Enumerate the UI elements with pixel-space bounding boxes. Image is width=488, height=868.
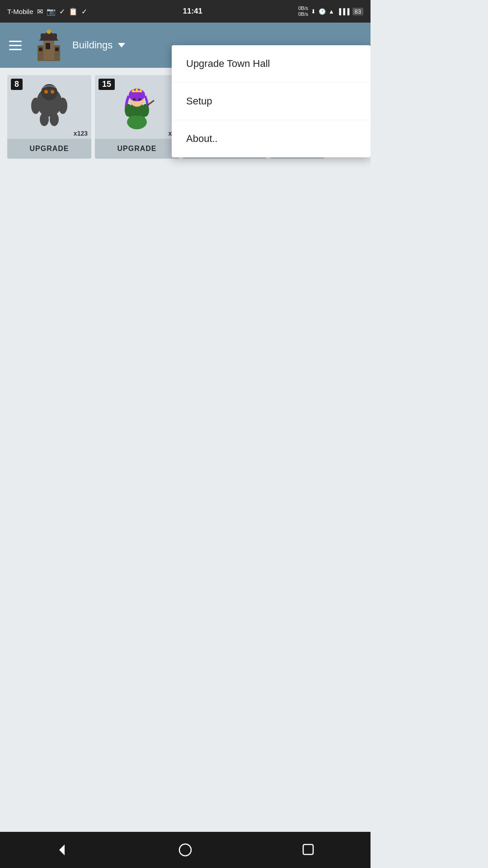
svg-rect-5 bbox=[46, 43, 50, 49]
recent-apps-button[interactable] bbox=[295, 836, 322, 863]
svg-point-26 bbox=[142, 104, 149, 117]
menu-item-setup[interactable]: Setup bbox=[172, 83, 371, 120]
svg-point-15 bbox=[50, 113, 59, 126]
card-2-upgrade-button[interactable]: UPGRADE bbox=[95, 139, 179, 159]
status-bar-right: 0B/s 0B/s ⬇ 🕐 ▲ ▐▐▐ 83 bbox=[298, 5, 363, 17]
svg-point-17 bbox=[127, 115, 147, 129]
hamburger-line-3 bbox=[9, 49, 22, 50]
svg-point-34 bbox=[179, 844, 191, 856]
hamburger-line-1 bbox=[9, 41, 22, 42]
status-bar-left: T-Mobile ✉ 📷 ✓ 📋 ✓ bbox=[7, 7, 87, 16]
hamburger-menu-button[interactable] bbox=[5, 35, 25, 55]
clipboard-icon: 📋 bbox=[69, 7, 78, 16]
buildings-label: Buildings bbox=[72, 39, 113, 51]
svg-marker-21 bbox=[131, 88, 142, 92]
menu-item-about[interactable]: About.. bbox=[172, 120, 371, 157]
card-1-badge: 8 bbox=[11, 79, 23, 90]
dropdown-arrow-icon bbox=[118, 43, 125, 47]
hamburger-line-2 bbox=[9, 45, 22, 46]
empty-content-area bbox=[0, 166, 371, 754]
svg-point-23 bbox=[138, 98, 141, 101]
upgrade-card-2[interactable]: 15 bbox=[95, 75, 179, 159]
recent-apps-icon bbox=[301, 843, 316, 857]
carrier-label: T-Mobile bbox=[7, 8, 33, 15]
time-display: 11:41 bbox=[183, 7, 202, 16]
home-icon bbox=[178, 843, 192, 857]
network-speed: 0B/s 0B/s bbox=[298, 5, 308, 17]
status-bar: T-Mobile ✉ 📷 ✓ 📋 ✓ 11:41 0B/s 0B/s ⬇ 🕐 ▲… bbox=[0, 0, 371, 23]
svg-point-12 bbox=[31, 98, 40, 114]
svg-point-22 bbox=[133, 98, 136, 101]
svg-point-14 bbox=[40, 113, 49, 126]
buildings-dropdown-button[interactable]: Buildings bbox=[72, 39, 125, 51]
svg-rect-3 bbox=[41, 33, 57, 41]
upgrade-card-1[interactable]: 8 x123 UPGRADE bbox=[7, 75, 91, 159]
download-icon: ⬇ bbox=[311, 8, 316, 15]
check-icon: ✓ bbox=[81, 7, 87, 16]
gallery-icon: 📷 bbox=[47, 7, 56, 16]
svg-rect-1 bbox=[43, 40, 54, 60]
svg-point-11 bbox=[51, 90, 54, 94]
dropdown-menu: Upgrade Town Hall Setup About.. bbox=[172, 45, 371, 157]
svg-rect-7 bbox=[55, 47, 59, 51]
app-logo bbox=[31, 27, 67, 63]
message-icon: ✉ bbox=[37, 7, 43, 16]
signal-icon: ▐▐▐ bbox=[337, 8, 350, 15]
wifi-icon: ▲ bbox=[328, 8, 334, 15]
svg-rect-35 bbox=[303, 844, 313, 854]
battery-icon: 83 bbox=[352, 8, 363, 15]
back-icon bbox=[55, 843, 69, 857]
home-button[interactable] bbox=[172, 836, 199, 863]
svg-point-25 bbox=[125, 104, 132, 117]
bottom-nav-bar bbox=[0, 832, 371, 868]
card-1-count: x123 bbox=[74, 130, 88, 137]
svg-point-10 bbox=[44, 90, 48, 94]
archer-queen-icon bbox=[116, 82, 159, 132]
task-icon: ✓ bbox=[59, 7, 65, 16]
svg-rect-18 bbox=[131, 106, 142, 116]
svg-point-9 bbox=[41, 84, 57, 100]
svg-marker-33 bbox=[59, 844, 65, 855]
golem-icon bbox=[29, 83, 70, 131]
clock-icon: 🕐 bbox=[319, 8, 326, 15]
back-button[interactable] bbox=[48, 836, 75, 863]
svg-rect-6 bbox=[39, 47, 42, 51]
svg-point-4 bbox=[47, 29, 51, 34]
menu-item-upgrade-town-hall[interactable]: Upgrade Town Hall bbox=[172, 45, 371, 83]
town-hall-logo-icon bbox=[31, 27, 67, 63]
card-2-badge: 15 bbox=[99, 79, 115, 90]
card-1-upgrade-button[interactable]: UPGRADE bbox=[7, 139, 91, 159]
svg-point-13 bbox=[58, 98, 67, 114]
app-bar: Buildings Upgrade Town Hall Setup About.… bbox=[0, 23, 371, 68]
